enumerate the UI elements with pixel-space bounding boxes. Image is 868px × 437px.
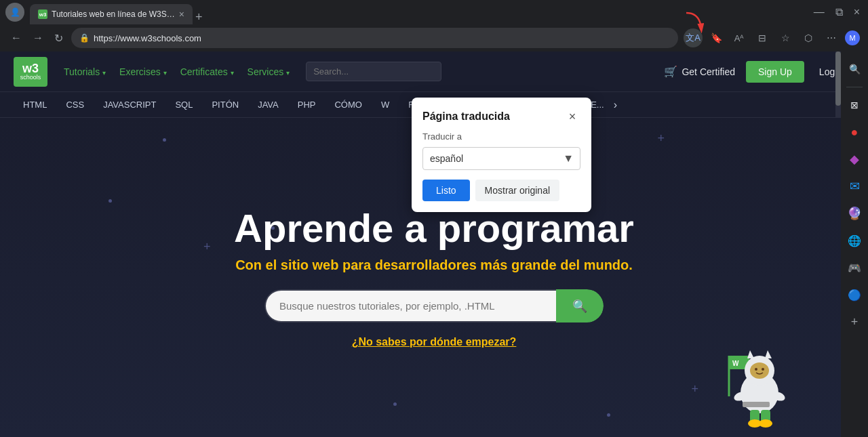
svg-text:W: W bbox=[732, 360, 739, 367]
popup-done-button[interactable]: Listo bbox=[422, 180, 470, 201]
back-button[interactable]: ← bbox=[8, 29, 24, 47]
tech-python[interactable]: PITÓN bbox=[202, 94, 248, 115]
sidebar-search-icon[interactable]: 🔍 bbox=[844, 58, 865, 80]
sign-up-button[interactable]: Sign Up bbox=[746, 61, 804, 83]
tech-sql[interactable]: SQL bbox=[165, 94, 202, 115]
hero-search-input[interactable] bbox=[264, 289, 556, 322]
tech-how[interactable]: CÓMO bbox=[325, 94, 371, 115]
sidebar-bookmark-icon[interactable]: ⊠ bbox=[844, 94, 865, 116]
title-bar: 👤 w3 Tutoriales web en línea de W3Sc... … bbox=[0, 0, 868, 24]
refresh-button[interactable]: ↻ bbox=[52, 29, 66, 47]
favorites-icon[interactable]: ☆ bbox=[776, 28, 795, 47]
tab-bar: w3 Tutoriales web en línea de W3Sc... × … bbox=[30, 0, 806, 24]
url-text: https://www.w3schools.com bbox=[94, 33, 670, 43]
hero-search-button[interactable]: 🔍 bbox=[556, 289, 604, 322]
tech-php[interactable]: PHP bbox=[288, 94, 326, 115]
sidebar-icon-6[interactable]: 🎮 bbox=[844, 257, 865, 278]
popup-original-button[interactable]: Mostrar original bbox=[475, 180, 559, 201]
translation-popup: Página traducida × Traducir a español ▼ … bbox=[412, 98, 591, 212]
services-arrow: ▾ bbox=[286, 69, 290, 77]
address-bar: ← → ↻ 🔒 https://www.w3schools.com 文A bbox=[0, 24, 868, 51]
popup-label: Traducir a bbox=[422, 131, 580, 142]
new-tab-button[interactable]: + bbox=[195, 10, 203, 24]
get-certified-button[interactable]: 🛒 Get Certified bbox=[658, 61, 741, 82]
svg-marker-7 bbox=[747, 350, 754, 358]
sidebar-icon-4[interactable]: 🔮 bbox=[844, 203, 865, 224]
tutorials-arrow: ▾ bbox=[102, 69, 106, 77]
tech-more-button[interactable]: › bbox=[614, 99, 617, 111]
tech-java[interactable]: JAVA bbox=[248, 94, 288, 115]
sidebar-icon-2[interactable]: ◆ bbox=[844, 148, 865, 170]
cart-icon: 🛒 bbox=[664, 65, 677, 78]
sidebar-icon-3[interactable]: ✉ bbox=[844, 175, 865, 197]
nav-links: Tutorials ▾ Exercises ▾ Certificates ▾ S… bbox=[58, 62, 295, 81]
w3schools-logo[interactable]: w3 schools bbox=[14, 57, 47, 87]
edge-profile-icon[interactable]: M bbox=[845, 30, 860, 45]
hero-title: Aprende a programar bbox=[234, 207, 634, 250]
sidebar-divider bbox=[846, 87, 863, 87]
tab-favicon: w3 bbox=[38, 9, 47, 19]
website-content: 🔍 ⊠ ● ◆ ✉ 🔮 🌐 🎮 🔵 + w3 schools Tutorials… bbox=[0, 51, 868, 437]
nav-services[interactable]: Services ▾ bbox=[242, 62, 296, 81]
save-icon[interactable]: 🔖 bbox=[707, 28, 726, 47]
svg-point-9 bbox=[755, 368, 757, 371]
address-icons: 文A 🔖 Aᴬ ⊟ ☆ ⬡ ⋯ bbox=[684, 28, 860, 47]
language-select-wrapper: español ▼ bbox=[422, 147, 580, 170]
deco-dot-5 bbox=[393, 402, 397, 406]
maximize-button[interactable]: ⧉ bbox=[833, 3, 846, 21]
certificates-arrow: ▾ bbox=[231, 69, 234, 77]
sidebar-icon-5[interactable]: 🌐 bbox=[844, 230, 865, 251]
nav-right: 🛒 Get Certified Sign Up Log in bbox=[658, 61, 854, 83]
nav-certificates[interactable]: Certificates ▾ bbox=[175, 62, 239, 81]
hero-subtitle: Con el sitio web para desarrolladores má… bbox=[235, 257, 633, 273]
minimize-button[interactable]: — bbox=[811, 3, 827, 21]
collections-icon[interactable]: ⬡ bbox=[799, 28, 818, 47]
deco-plus-3: + bbox=[691, 382, 698, 396]
translate-icon[interactable]: 文A bbox=[684, 28, 703, 47]
forward-button[interactable]: → bbox=[30, 29, 46, 47]
profile-avatar[interactable]: 👤 bbox=[5, 3, 24, 22]
close-button[interactable]: × bbox=[851, 3, 863, 21]
sidebar-add-icon[interactable]: + bbox=[844, 311, 865, 333]
get-started-link[interactable]: ¿No sabes por dónde empezar? bbox=[352, 336, 517, 348]
sidebar-icon-7[interactable]: 🔵 bbox=[844, 284, 865, 306]
tech-w[interactable]: W bbox=[372, 94, 399, 115]
window-controls: — ⧉ × bbox=[811, 3, 863, 21]
get-certified-text: Get Certified bbox=[682, 66, 735, 77]
exercises-arrow: ▾ bbox=[163, 69, 167, 77]
deco-plus-2: + bbox=[203, 240, 211, 254]
nav-tutorials[interactable]: Tutorials ▾ bbox=[58, 62, 111, 81]
browser-right-sidebar: 🔍 ⊠ ● ◆ ✉ 🔮 🌐 🎮 🔵 + bbox=[841, 51, 868, 437]
popup-buttons: Listo Mostrar original bbox=[422, 180, 580, 201]
hero-search-form: 🔍 bbox=[264, 289, 604, 322]
active-tab[interactable]: w3 Tutoriales web en línea de W3Sc... × bbox=[30, 4, 193, 24]
scrollbar-thumb[interactable] bbox=[835, 51, 841, 106]
sidebar-icon-1[interactable]: ● bbox=[844, 121, 865, 143]
tab-close-icon[interactable]: × bbox=[179, 9, 184, 20]
deco-dot-2 bbox=[108, 199, 112, 203]
browser-profile-area: 👤 bbox=[5, 3, 24, 22]
deco-dot-6 bbox=[607, 413, 610, 417]
logo-schools: schools bbox=[20, 75, 41, 81]
language-select[interactable]: español bbox=[422, 147, 580, 170]
tech-html[interactable]: HTML bbox=[14, 94, 56, 115]
nav-exercises[interactable]: Exercises ▾ bbox=[114, 62, 172, 81]
deco-dot-1 bbox=[163, 138, 166, 142]
svg-point-10 bbox=[762, 368, 764, 371]
popup-close-button[interactable]: × bbox=[564, 108, 580, 125]
tab-title: Tutoriales web en línea de W3Sc... bbox=[52, 9, 175, 19]
tech-javascript[interactable]: JAVASCRIPT bbox=[94, 94, 165, 115]
deco-plus-1: + bbox=[657, 131, 665, 146]
logo-w3: w3 bbox=[22, 62, 39, 75]
site-nav: w3 schools Tutorials ▾ Exercises ▾ Certi… bbox=[0, 51, 868, 92]
split-screen-icon[interactable]: ⊟ bbox=[753, 28, 772, 47]
mascot-illustration: W bbox=[712, 322, 800, 423]
tech-css[interactable]: CSS bbox=[56, 94, 94, 115]
svg-marker-8 bbox=[765, 350, 772, 358]
reader-icon[interactable]: Aᴬ bbox=[730, 28, 749, 47]
nav-search-input[interactable] bbox=[306, 62, 441, 81]
svg-point-6 bbox=[750, 362, 769, 379]
url-field[interactable]: 🔒 https://www.w3schools.com bbox=[71, 28, 678, 48]
popup-header: Página traducida × bbox=[422, 108, 580, 125]
more-icon[interactable]: ⋯ bbox=[822, 28, 841, 47]
